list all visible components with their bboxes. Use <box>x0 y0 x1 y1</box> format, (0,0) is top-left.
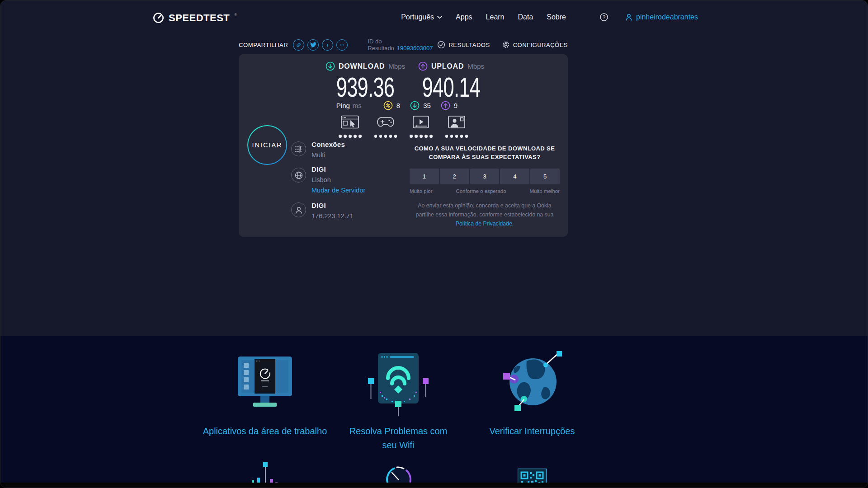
top-nav: Português Apps Learn Data Sobre ? pinhei… <box>401 13 698 22</box>
connections-value: Multi <box>311 151 345 159</box>
download-label: DOWNLOAD <box>339 62 385 70</box>
nav-item-data[interactable]: Data <box>518 13 533 21</box>
privacy-policy-link[interactable]: Política de Privacidade. <box>456 221 514 227</box>
arrow-up-circle-icon <box>441 101 450 110</box>
isp-ip: 176.223.12.71 <box>311 212 354 220</box>
rating-disclaimer: Ao enviar esta opinião, concorda e aceit… <box>410 201 560 228</box>
share-twitter-icon[interactable] <box>307 39 319 51</box>
check-circle-icon <box>437 41 445 49</box>
upload-value: 940.14 <box>416 74 487 100</box>
video-chat-activity[interactable] <box>445 115 468 138</box>
results-label: RESULTADOS <box>448 42 490 48</box>
nav-language[interactable]: Português <box>401 13 442 21</box>
nav-item-apps[interactable]: Apps <box>456 13 472 21</box>
upload-unit: Mbps <box>467 62 484 70</box>
gauge-icon <box>152 12 165 24</box>
ping-unit: ms <box>353 102 362 109</box>
bottom-black-bar <box>0 483 868 488</box>
nav-language-label: Português <box>401 13 434 21</box>
feature-link-desktop-apps[interactable]: Aplicativos da área de trabalho <box>188 424 342 438</box>
share-label: COMPARTILHAR <box>239 42 288 48</box>
rating-option-4[interactable]: 4 <box>500 169 529 184</box>
nav-label: Apps <box>456 13 472 21</box>
upload-column: UPLOAD Mbps 940.14 <box>401 61 502 100</box>
footer-section: Aplicativos da área de trabalho Resolva … <box>0 336 868 488</box>
wifi-window-icon[interactable] <box>364 353 432 417</box>
restart-label: INICIAR <box>252 141 282 149</box>
rating-question: COMO A SUA VELOCIDADE DE DOWNLOAD SE COM… <box>410 144 560 161</box>
download-latency-value: 35 <box>423 102 431 109</box>
result-id-label: ID do Resultado <box>368 38 394 52</box>
gamepad-icon <box>375 115 396 131</box>
nav-item-learn[interactable]: Learn <box>486 13 505 21</box>
settings-button[interactable]: CONFIGURAÇÕES <box>502 41 568 49</box>
share-more-icon[interactable] <box>336 39 348 51</box>
rating-option-1[interactable]: 1 <box>410 169 439 184</box>
connections-label: Conexões <box>311 141 345 148</box>
logo-text: SPEEDTEST <box>169 12 230 24</box>
speedtest-logo[interactable]: SPEEDTEST ® <box>152 12 237 24</box>
activity-rating-dots <box>374 135 397 138</box>
logo-trademark: ® <box>234 13 237 17</box>
server-location: Lisbon <box>311 176 365 183</box>
help-icon[interactable]: ? <box>599 13 609 22</box>
activity-rating-dots <box>410 135 433 138</box>
result-id-link[interactable]: 19093603007 <box>397 45 433 52</box>
swap-arrows-circle-icon <box>383 101 393 110</box>
change-server-link[interactable]: Mudar de Servidor <box>311 187 365 194</box>
scale-max-label: Muito melhor <box>530 188 560 194</box>
desktop-app-icon[interactable] <box>226 357 303 411</box>
share-link-icon[interactable] <box>293 39 304 51</box>
upload-label: UPLOAD <box>431 62 464 70</box>
account-menu[interactable]: pinheirodeabrantes <box>625 13 698 21</box>
activity-rating-dots <box>339 135 362 138</box>
feature-link-check-outages[interactable]: Verificar Interrupções <box>464 424 600 438</box>
nav-item-sobre[interactable]: Sobre <box>547 13 566 21</box>
rating-option-5[interactable]: 5 <box>530 169 560 184</box>
multi-connections-icon <box>291 141 306 156</box>
download-value: 939.36 <box>330 74 401 100</box>
streaming-activity[interactable] <box>410 115 433 138</box>
nav-label: Learn <box>486 13 505 21</box>
isp-block: DIGI 176.223.12.71 <box>311 202 354 220</box>
scale-mid-label: Conforme o esperado <box>456 188 506 194</box>
rating-option-3[interactable]: 3 <box>470 169 500 184</box>
username: pinheirodeabrantes <box>636 13 698 21</box>
ping-row: Ping ms 8 <box>232 101 561 110</box>
settings-label: CONFIGURAÇÕES <box>513 42 568 48</box>
activity-icons-row <box>239 115 568 138</box>
gaming-activity[interactable] <box>374 115 397 138</box>
globe-outage-icon[interactable] <box>500 351 564 414</box>
feature-link-wifi-troubleshoot[interactable]: Resolva Problemas com seu Wifi <box>342 424 455 452</box>
rating-buttons: 1 2 3 4 5 <box>410 169 560 184</box>
video-icon <box>410 115 431 131</box>
results-button[interactable]: RESULTADOS <box>437 41 490 49</box>
gear-icon <box>502 41 510 49</box>
isp-name: DIGI <box>311 202 354 209</box>
svg-text:f: f <box>327 42 329 47</box>
connections-block: Conexões Multi <box>311 141 345 159</box>
restart-test-button[interactable]: INICIAR <box>247 125 287 165</box>
globe-icon <box>291 168 306 183</box>
arrow-down-circle-icon <box>326 61 335 71</box>
rating-option-2[interactable]: 2 <box>440 169 469 184</box>
upload-latency: 9 <box>441 101 458 110</box>
rating-scale-labels: Muito pior Conforme o esperado Muito mel… <box>410 188 560 194</box>
disclaimer-text: Ao enviar esta opinião, concorda e aceit… <box>416 202 554 218</box>
share-icons: f <box>293 39 348 51</box>
rating-survey: COMO A SUA VELOCIDADE DE DOWNLOAD SE COM… <box>410 144 560 228</box>
browsing-activity[interactable] <box>339 115 362 138</box>
arrow-up-circle-icon <box>418 61 428 71</box>
idle-latency: 8 <box>383 101 400 110</box>
ping-label: Ping <box>336 102 350 109</box>
share-bar: COMPARTILHAR f <box>239 38 568 51</box>
share-facebook-icon[interactable]: f <box>322 39 333 51</box>
video-call-icon <box>446 115 467 131</box>
nav-label: Data <box>518 13 533 21</box>
speedtest-page: SPEEDTEST ® Português Apps Learn Data So… <box>0 0 868 488</box>
idle-latency-value: 8 <box>396 102 400 109</box>
nav-label: Sobre <box>547 13 566 21</box>
download-latency: 35 <box>410 101 431 110</box>
arrow-down-circle-icon <box>410 101 420 110</box>
activity-rating-dots <box>445 135 468 138</box>
